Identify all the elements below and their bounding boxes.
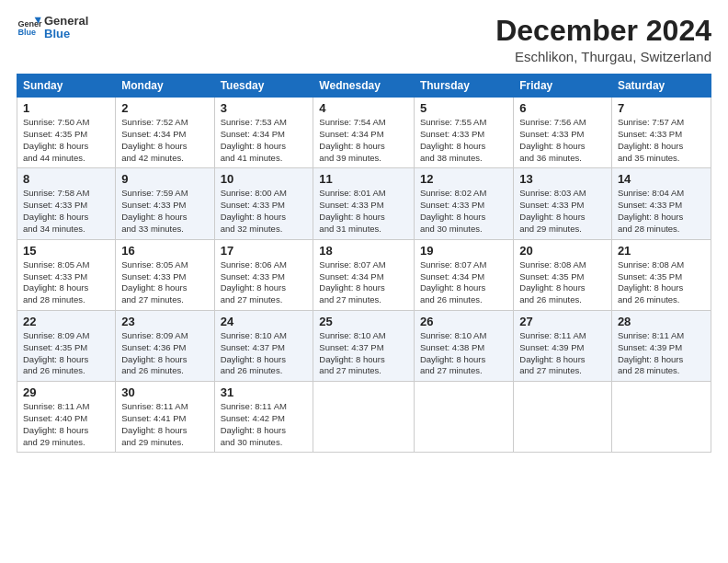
- sunset-label: Sunset: 4:35 PM: [519, 271, 584, 282]
- day-info: Sunrise: 8:01 AM Sunset: 4:33 PM Dayligh…: [319, 188, 408, 235]
- day-info: Sunrise: 7:50 AM Sunset: 4:35 PM Dayligh…: [23, 117, 109, 164]
- sunrise-label: Sunrise: 8:05 AM: [23, 259, 89, 270]
- calendar-cell: 28 Sunrise: 8:11 AM Sunset: 4:39 PM Dayl…: [611, 310, 711, 381]
- day-number: 31: [221, 385, 308, 399]
- day-number: 4: [319, 101, 408, 115]
- sunrise-label: Sunrise: 8:01 AM: [319, 188, 385, 198]
- calendar-cell: 20 Sunrise: 8:08 AM Sunset: 4:35 PM Dayl…: [514, 239, 612, 310]
- sunset-label: Sunset: 4:34 PM: [221, 129, 285, 139]
- daylight-label: Daylight: 8 hoursand 27 minutes.: [519, 354, 585, 376]
- sunrise-label: Sunrise: 8:06 AM: [221, 259, 287, 270]
- day-number: 19: [420, 244, 507, 258]
- day-info: Sunrise: 8:10 AM Sunset: 4:38 PM Dayligh…: [420, 330, 507, 377]
- week-row-1: 1 Sunrise: 7:50 AM Sunset: 4:35 PM Dayli…: [17, 98, 711, 168]
- sunrise-label: Sunrise: 7:59 AM: [121, 188, 188, 198]
- daylight-label: Daylight: 8 hoursand 29 minutes.: [121, 425, 187, 447]
- day-number: 5: [420, 101, 507, 115]
- daylight-label: Daylight: 8 hoursand 27 minutes.: [420, 354, 485, 376]
- daylight-label: Daylight: 8 hoursand 26 minutes.: [221, 354, 286, 376]
- calendar-cell: 11 Sunrise: 8:01 AM Sunset: 4:33 PM Dayl…: [313, 168, 415, 239]
- day-info: Sunrise: 7:52 AM Sunset: 4:34 PM Dayligh…: [121, 117, 208, 164]
- calendar-cell: 5 Sunrise: 7:55 AM Sunset: 4:33 PM Dayli…: [414, 98, 513, 168]
- sunset-label: Sunset: 4:34 PM: [121, 129, 186, 139]
- day-number: 20: [519, 244, 606, 258]
- day-info: Sunrise: 8:11 AM Sunset: 4:40 PM Dayligh…: [23, 401, 109, 448]
- calendar-cell: 4 Sunrise: 7:54 AM Sunset: 4:34 PM Dayli…: [313, 98, 415, 168]
- week-row-2: 8 Sunrise: 7:58 AM Sunset: 4:33 PM Dayli…: [17, 168, 711, 239]
- calendar: Sunday Monday Tuesday Wednesday Thursday…: [17, 74, 711, 453]
- daylight-label: Daylight: 8 hoursand 26 minutes.: [519, 282, 585, 304]
- day-info: Sunrise: 7:53 AM Sunset: 4:34 PM Dayligh…: [221, 117, 308, 164]
- sunset-label: Sunset: 4:34 PM: [319, 129, 383, 139]
- week-row-4: 22 Sunrise: 8:09 AM Sunset: 4:35 PM Dayl…: [17, 310, 711, 381]
- sunrise-label: Sunrise: 8:11 AM: [121, 401, 188, 411]
- sunset-label: Sunset: 4:39 PM: [618, 342, 682, 352]
- day-number: 23: [121, 315, 208, 328]
- daylight-label: Daylight: 8 hoursand 26 minutes.: [23, 354, 88, 376]
- sunrise-label: Sunrise: 7:58 AM: [23, 188, 89, 198]
- day-number: 28: [618, 315, 705, 328]
- col-saturday: Saturday: [611, 75, 711, 98]
- sunset-label: Sunset: 4:33 PM: [420, 129, 484, 139]
- calendar-cell: 9 Sunrise: 7:59 AM Sunset: 4:33 PM Dayli…: [116, 168, 214, 239]
- day-number: 25: [319, 315, 408, 328]
- daylight-label: Daylight: 8 hoursand 28 minutes.: [618, 212, 683, 234]
- day-number: 14: [618, 172, 705, 186]
- col-sunday: Sunday: [17, 75, 116, 98]
- daylight-label: Daylight: 8 hoursand 27 minutes.: [319, 282, 384, 304]
- sunset-label: Sunset: 4:33 PM: [23, 271, 87, 282]
- daylight-label: Daylight: 8 hoursand 35 minutes.: [618, 141, 683, 163]
- calendar-cell: 27 Sunrise: 8:11 AM Sunset: 4:39 PM Dayl…: [514, 310, 612, 381]
- daylight-label: Daylight: 8 hoursand 36 minutes.: [519, 141, 585, 163]
- calendar-cell: [414, 382, 513, 453]
- sunset-label: Sunset: 4:33 PM: [221, 200, 285, 210]
- sunrise-label: Sunrise: 8:11 AM: [221, 401, 287, 411]
- day-info: Sunrise: 7:59 AM Sunset: 4:33 PM Dayligh…: [121, 188, 208, 235]
- day-info: Sunrise: 8:11 AM Sunset: 4:41 PM Dayligh…: [121, 401, 208, 448]
- calendar-cell: 31 Sunrise: 8:11 AM Sunset: 4:42 PM Dayl…: [214, 382, 313, 453]
- calendar-cell: 6 Sunrise: 7:56 AM Sunset: 4:33 PM Dayli…: [514, 98, 612, 168]
- day-number: 2: [121, 101, 208, 115]
- sunrise-label: Sunrise: 7:55 AM: [420, 117, 486, 127]
- page: General Blue General Blue December 2024 …: [0, 0, 728, 462]
- day-number: 21: [618, 244, 705, 258]
- sunset-label: Sunset: 4:33 PM: [618, 129, 682, 139]
- day-number: 27: [519, 315, 606, 328]
- day-number: 16: [121, 244, 208, 258]
- calendar-cell: 21 Sunrise: 8:08 AM Sunset: 4:35 PM Dayl…: [611, 239, 711, 310]
- day-number: 9: [121, 172, 208, 186]
- sunrise-label: Sunrise: 8:07 AM: [319, 259, 385, 270]
- sunrise-label: Sunrise: 7:53 AM: [221, 117, 287, 127]
- daylight-label: Daylight: 8 hoursand 32 minutes.: [221, 212, 286, 234]
- day-info: Sunrise: 8:10 AM Sunset: 4:37 PM Dayligh…: [319, 330, 408, 377]
- calendar-cell: 25 Sunrise: 8:10 AM Sunset: 4:37 PM Dayl…: [313, 310, 415, 381]
- calendar-cell: 10 Sunrise: 8:00 AM Sunset: 4:33 PM Dayl…: [214, 168, 313, 239]
- logo-icon: General Blue: [17, 15, 42, 40]
- day-number: 17: [221, 244, 308, 258]
- sunset-label: Sunset: 4:35 PM: [618, 271, 682, 282]
- calendar-cell: 24 Sunrise: 8:10 AM Sunset: 4:37 PM Dayl…: [214, 310, 313, 381]
- daylight-label: Daylight: 8 hoursand 26 minutes.: [420, 282, 485, 304]
- sunset-label: Sunset: 4:33 PM: [519, 200, 584, 210]
- day-number: 26: [420, 315, 507, 328]
- sunrise-label: Sunrise: 8:02 AM: [420, 188, 486, 198]
- sunrise-label: Sunrise: 8:08 AM: [618, 259, 684, 270]
- day-number: 30: [121, 385, 208, 399]
- day-number: 7: [618, 101, 705, 115]
- sunrise-label: Sunrise: 8:05 AM: [121, 259, 188, 270]
- day-info: Sunrise: 8:03 AM Sunset: 4:33 PM Dayligh…: [519, 188, 606, 235]
- calendar-cell: 16 Sunrise: 8:05 AM Sunset: 4:33 PM Dayl…: [116, 239, 214, 310]
- calendar-cell: 13 Sunrise: 8:03 AM Sunset: 4:33 PM Dayl…: [514, 168, 612, 239]
- day-number: 29: [23, 385, 109, 399]
- sunset-label: Sunset: 4:37 PM: [221, 342, 285, 352]
- day-info: Sunrise: 8:05 AM Sunset: 4:33 PM Dayligh…: [121, 259, 208, 306]
- calendar-cell: 17 Sunrise: 8:06 AM Sunset: 4:33 PM Dayl…: [214, 239, 313, 310]
- week-row-3: 15 Sunrise: 8:05 AM Sunset: 4:33 PM Dayl…: [17, 239, 711, 310]
- calendar-header-row: Sunday Monday Tuesday Wednesday Thursday…: [17, 75, 711, 98]
- sunset-label: Sunset: 4:37 PM: [319, 342, 383, 352]
- calendar-cell: 19 Sunrise: 8:07 AM Sunset: 4:34 PM Dayl…: [414, 239, 513, 310]
- calendar-cell: 22 Sunrise: 8:09 AM Sunset: 4:35 PM Dayl…: [17, 310, 116, 381]
- day-number: 8: [23, 172, 109, 186]
- day-number: 24: [221, 315, 308, 328]
- title-area: December 2024 Eschlikon, Thurgau, Switze…: [495, 15, 711, 64]
